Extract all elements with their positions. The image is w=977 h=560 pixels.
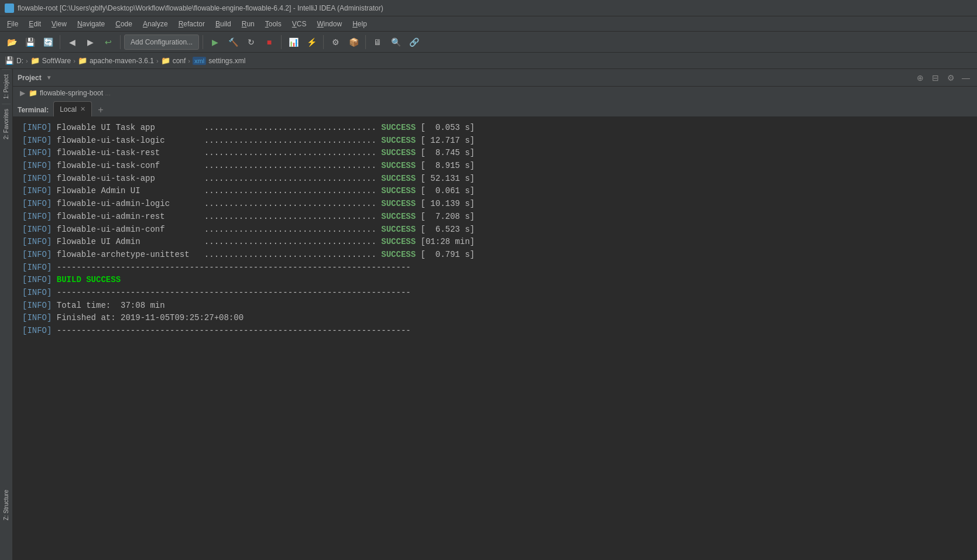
add-config-button[interactable]: Add Configuration... [124, 35, 199, 50]
project-settings-btn[interactable]: ⚙ [944, 71, 957, 84]
run-btn[interactable]: ▶ [207, 34, 223, 50]
sync-btn[interactable]: 🔄 [40, 34, 56, 50]
profile-btn[interactable]: ⚡ [303, 34, 320, 50]
breadcrumb-conf[interactable]: 📁 conf [161, 56, 186, 65]
terminal-tab-local[interactable]: Local ✕ [53, 101, 92, 116]
menu-view[interactable]: View [47, 19, 71, 29]
breadcrumb-maven[interactable]: 📁 apache-maven-3.6.1 [78, 56, 154, 65]
module-8: flowable-ui-admin-rest .................… [57, 211, 376, 224]
info-tag-7: [INFO] [22, 198, 57, 211]
module-7: flowable-ui-admin-logic ................… [57, 198, 376, 211]
remote-btn[interactable]: 🔗 [406, 34, 422, 50]
log-line-10: [INFO] Flowable UI Admin ...............… [22, 236, 968, 249]
minimize-panel-btn[interactable]: — [959, 71, 972, 84]
log-line-5: [INFO] flowable-ui-task-app ............… [22, 173, 968, 185]
module-4: flowable-ui-task-conf ..................… [57, 160, 376, 173]
log-line-7: [INFO] flowable-ui-admin-logic .........… [22, 198, 968, 211]
xml-file-icon: xml [193, 57, 206, 65]
sidebar-tab-favorites[interactable]: 2: Favorites [2, 104, 11, 144]
locate-btn[interactable]: ⊕ [914, 71, 927, 84]
revert-btn[interactable]: ↩ [100, 34, 116, 50]
info-tag-sep-1: [INFO] [22, 262, 57, 274]
app-icon [5, 4, 14, 13]
toolbar-sep-5 [323, 35, 324, 49]
time-7: [ 10.139 s] [416, 198, 475, 211]
status-4: SUCCESS [376, 160, 416, 173]
title-bar-text: flowable-root [C:\Users\gblfy\Desktop\Wo… [18, 4, 383, 12]
info-tag-build: [INFO] [22, 274, 57, 287]
menu-run[interactable]: Run [237, 19, 259, 29]
project-panel-title: Project [18, 74, 42, 82]
module-2: flowable-ui-task-logic .................… [57, 135, 376, 147]
build-success-text: BUILD SUCCESS [57, 274, 121, 287]
new-terminal-tab-btn[interactable]: + [94, 104, 107, 116]
terminal-content[interactable]: [INFO] Flowable UI Task app ............… [13, 117, 977, 560]
time-10: [01:28 min] [416, 236, 475, 249]
info-tag-sep-2: [INFO] [22, 287, 57, 300]
status-7: SUCCESS [376, 198, 416, 211]
menu-tools[interactable]: Tools [260, 19, 286, 29]
stop-btn[interactable]: ■ [261, 34, 277, 50]
project-dropdown-chevron[interactable]: ▼ [46, 74, 52, 81]
collapse-btn[interactable]: ⊟ [929, 71, 942, 84]
sidebar-tab-project[interactable]: 1: Project [2, 69, 11, 104]
main-content: 1: Project 2: Favorites Z: Structure Pro… [0, 69, 977, 560]
time-5: [ 52.131 s] [416, 173, 475, 185]
info-tag-6: [INFO] [22, 185, 57, 198]
coverage-btn[interactable]: 📊 [285, 34, 301, 50]
menu-vcs[interactable]: VCS [287, 19, 311, 29]
terminal-tab-close[interactable]: ✕ [80, 105, 85, 113]
build-btn[interactable]: 🔨 [225, 34, 241, 50]
forward-btn[interactable]: ▶ [82, 34, 98, 50]
sdk-btn[interactable]: 📦 [345, 34, 362, 50]
menu-code[interactable]: Code [111, 19, 137, 29]
status-8: SUCCESS [376, 211, 416, 224]
time-2: [ 12.717 s] [416, 135, 475, 147]
toolbar-sep-6 [365, 35, 366, 49]
time-4: [ 8.915 s] [416, 160, 475, 173]
menu-edit[interactable]: Edit [24, 19, 46, 29]
menu-file[interactable]: File [2, 19, 23, 29]
save-btn[interactable]: 💾 [22, 34, 38, 50]
toolbar-sep-1 [60, 35, 60, 49]
menu-refactor[interactable]: Refactor [174, 19, 210, 29]
chevron-3: › [156, 57, 159, 64]
module-3: flowable-ui-task-rest ..................… [57, 147, 376, 160]
search-btn[interactable]: 🔍 [388, 34, 404, 50]
status-5: SUCCESS [376, 173, 416, 185]
time-8: [ 7.208 s] [416, 211, 475, 224]
log-line-6: [INFO] Flowable Admin UI ...............… [22, 185, 968, 198]
menu-analyze[interactable]: Analyze [138, 19, 173, 29]
status-6: SUCCESS [376, 185, 416, 198]
software-folder-icon: 📁 [30, 56, 40, 65]
time-6: [ 0.061 s] [416, 185, 475, 198]
menu-build[interactable]: Build [211, 19, 236, 29]
breadcrumb-software[interactable]: 📁 SoftWare [30, 56, 71, 65]
log-line-finished: [INFO] Finished at: 2019-11-05T09:25:27+… [22, 312, 968, 325]
time-1: [ 0.053 s] [416, 122, 475, 135]
breadcrumb-conf-label: conf [173, 57, 186, 65]
module-10: Flowable UI Admin ......................… [57, 236, 376, 249]
settings-btn[interactable]: ⚙ [327, 34, 344, 50]
info-tag-8: [INFO] [22, 211, 57, 224]
time-3: [ 8.745 s] [416, 147, 475, 160]
finished-text: Finished at: 2019-11-05T09:25:27+08:00 [57, 312, 244, 325]
breadcrumb-drive[interactable]: 💾 D: [5, 56, 23, 65]
menu-help[interactable]: Help [348, 19, 372, 29]
breadcrumb-software-label: SoftWare [42, 57, 71, 65]
toolbar-sep-4 [281, 35, 282, 49]
breadcrumb-settings-xml[interactable]: xml settings.xml [193, 57, 245, 65]
log-line-11: [INFO] flowable-archetype-unittest .....… [22, 249, 968, 262]
menu-window[interactable]: Window [312, 19, 347, 29]
status-2: SUCCESS [376, 135, 416, 147]
sidebar-tab-structure[interactable]: Z: Structure [2, 485, 11, 525]
vcs-update-btn[interactable]: 🖥 [369, 34, 386, 50]
reload-btn[interactable]: ↻ [243, 34, 259, 50]
menu-navigate[interactable]: Navigate [73, 19, 109, 29]
info-tag-total: [INFO] [22, 300, 57, 312]
open-folder-btn[interactable]: 📂 [4, 34, 20, 50]
log-line-4: [INFO] flowable-ui-task-conf ...........… [22, 160, 968, 173]
back-btn[interactable]: ◀ [64, 34, 80, 50]
log-line-sep-2: [INFO] ---------------------------------… [22, 287, 968, 300]
tree-item-label: flowable-spring-boot [40, 89, 103, 97]
